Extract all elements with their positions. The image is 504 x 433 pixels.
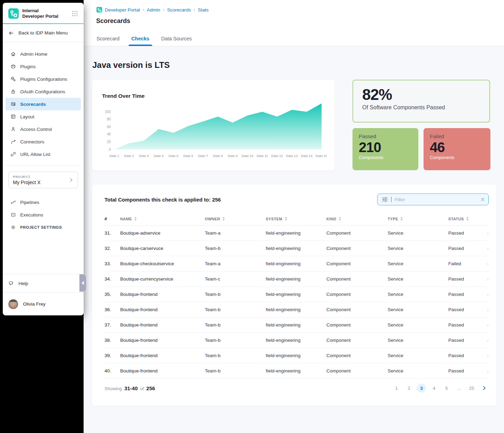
table-cell: field-engineering xyxy=(266,368,326,373)
row-chevron-icon[interactable]: › xyxy=(484,368,489,374)
table-cell: Service xyxy=(388,368,448,373)
column-header-index: # xyxy=(104,216,120,221)
row-chevron-icon[interactable]: › xyxy=(484,307,489,313)
column-header-owner[interactable]: OWNER xyxy=(205,217,266,221)
row-chevron-icon[interactable]: › xyxy=(484,292,489,297)
column-header-name[interactable]: NAME xyxy=(120,217,205,221)
components-table-card: Total Components this check is applied t… xyxy=(92,184,496,406)
row-chevron-icon[interactable]: › xyxy=(484,322,489,328)
svg-text:Date 5: Date 5 xyxy=(169,154,178,158)
home-icon xyxy=(10,51,16,57)
breadcrumb-link[interactable]: Stats xyxy=(198,7,209,13)
filter-box[interactable] xyxy=(377,194,489,205)
row-chevron-icon[interactable]: › xyxy=(484,276,489,282)
sidebar-item-oauth-configurations[interactable]: OAuth Configurations xyxy=(6,85,81,98)
clear-filter-icon[interactable] xyxy=(481,197,485,202)
chart-title: Trend Over Time xyxy=(102,93,145,99)
pagination-page[interactable]: 4 xyxy=(429,384,439,393)
table-cell: 37. xyxy=(104,322,120,328)
project-selector[interactable]: PROJECT My Project X xyxy=(8,172,78,188)
row-chevron-icon[interactable]: › xyxy=(484,353,489,359)
check-heading: Java version is LTS xyxy=(92,60,170,70)
column-header-kind[interactable]: KIND xyxy=(326,217,388,221)
table-row[interactable]: 40.Boutique-frontendTeam-bfield-engineer… xyxy=(104,363,489,379)
sidebar-divider xyxy=(6,165,81,166)
table-row[interactable]: 31.Boutique-adserviceTeam-afield-enginee… xyxy=(104,226,489,241)
table-row[interactable]: 38.Boutique-frontendTeam-bfield-engineer… xyxy=(104,333,489,348)
table-row[interactable]: 33.Boutique-checkoutserviceTeam-afield-e… xyxy=(104,256,489,271)
sidebar-collapse-handle[interactable] xyxy=(79,274,86,292)
table-cell: Boutique-frontend xyxy=(120,338,205,343)
column-header-status[interactable]: STATUS xyxy=(448,217,484,221)
sort-icon xyxy=(285,217,287,221)
tab-data-sources[interactable]: Data Sources xyxy=(161,32,192,46)
filter-sliders-icon[interactable] xyxy=(382,197,388,202)
app-title: Internal Developer Portal xyxy=(22,8,58,19)
active-tab-underline xyxy=(129,45,152,46)
svg-text:0: 0 xyxy=(109,148,111,151)
breadcrumb-link[interactable]: Admin xyxy=(147,7,160,13)
row-chevron-icon[interactable]: › xyxy=(484,338,489,343)
breadcrumb-link[interactable]: Scorecards xyxy=(167,7,191,13)
pagination-page: ... xyxy=(455,384,464,393)
table-cell: Boutique-carservuce xyxy=(120,246,205,251)
sidebar-item-executions[interactable]: Executions xyxy=(6,208,81,221)
showing-summary: Showing 31-40 of 256 xyxy=(104,385,155,391)
pagination-page[interactable]: 3 xyxy=(417,384,426,393)
failed-caption: Components xyxy=(430,155,484,160)
sidebar-item-pipelines[interactable]: Pipelines xyxy=(6,196,81,208)
pagination-page[interactable]: 1 xyxy=(392,384,401,393)
table-row[interactable]: 36.Boutique-frontendTeam-bfield-engineer… xyxy=(104,302,489,317)
tab-scorecard[interactable]: Scorecard xyxy=(96,32,119,46)
table-cell: Failed xyxy=(448,261,484,266)
table-cell: Boutique-checkoutservice xyxy=(120,261,205,266)
next-page-button[interactable] xyxy=(480,384,489,393)
breadcrumb-separator: › xyxy=(143,7,144,12)
pagination-page[interactable]: 2 xyxy=(404,384,413,393)
help-button[interactable]: Help xyxy=(3,274,84,292)
filter-input[interactable] xyxy=(395,197,478,202)
sort-icon xyxy=(400,217,403,221)
table-cell: Service xyxy=(388,276,448,282)
tab-checks[interactable]: Checks xyxy=(131,32,149,46)
sidebar-item-layout[interactable]: Layout xyxy=(6,110,81,123)
sidebar-item-admin-home[interactable]: Admin Home xyxy=(6,48,81,60)
project-eyebrow: PROJECT xyxy=(13,175,40,179)
table-cell: Passed xyxy=(448,338,484,343)
app-switcher-icon[interactable] xyxy=(72,10,78,17)
table-row[interactable]: 34.Boutique-currencyserviceTeam-cfield-e… xyxy=(104,271,489,287)
sidebar-item-access-control[interactable]: Access Control xyxy=(6,123,81,135)
content-area: Java version is LTS Trend Over Time 0204… xyxy=(84,46,504,433)
sidebar-item-plugins-configurations[interactable]: Plugins Configurations xyxy=(6,73,81,85)
svg-text:Date 10: Date 10 xyxy=(242,154,253,158)
table-cell: Passed xyxy=(448,292,484,297)
table-row[interactable]: 32.Boutique-carservuceTeam-bfield-engine… xyxy=(104,241,489,256)
table-row[interactable]: 37.Boutique-frontendTeam-bfield-engineer… xyxy=(104,317,489,333)
table-cell: Service xyxy=(388,230,448,236)
column-header-system[interactable]: SYSTEM xyxy=(266,217,326,221)
passed-card: Passed 210 Components xyxy=(352,128,418,170)
sidebar-item-plugins[interactable]: Plugins xyxy=(6,60,81,73)
table-row[interactable]: 39.Boutique-frontendTeam-bfield-engineer… xyxy=(104,348,489,363)
row-chevron-icon[interactable]: › xyxy=(484,230,489,236)
breadcrumb: Developer Portal › Admin › Scorecards › … xyxy=(96,7,209,13)
table-cell: Team-a xyxy=(205,261,266,266)
table-cell: Passed xyxy=(448,230,484,236)
breadcrumb-link[interactable]: Developer Portal xyxy=(105,7,140,13)
sidebar-item-scorecards[interactable]: Scorecards xyxy=(6,98,81,110)
row-chevron-icon[interactable]: › xyxy=(484,261,489,267)
sidebar-item-project-settings[interactable]: PROJECT SETTINGS xyxy=(6,221,81,234)
row-chevron-icon[interactable]: › xyxy=(484,246,489,251)
column-header-type[interactable]: TYPE xyxy=(388,217,448,221)
sidebar-item-url-allow-list[interactable]: URL Allow List xyxy=(6,148,81,160)
back-to-main-menu[interactable]: Back to IDP Main Menu xyxy=(3,24,84,42)
svg-text:Date 11: Date 11 xyxy=(257,154,268,158)
table-body: 31.Boutique-adserviceTeam-afield-enginee… xyxy=(104,226,489,379)
pagination-page[interactable]: 25 xyxy=(467,384,476,393)
pagination-page[interactable]: 5 xyxy=(442,384,451,393)
table-row[interactable]: 35.Boutique-frontendTeam-bfield-engineer… xyxy=(104,287,489,302)
table-cell: Service xyxy=(388,307,448,312)
pipeline-icon xyxy=(10,199,16,205)
sidebar-item-connectors[interactable]: Connectors xyxy=(6,135,81,148)
user-profile[interactable]: Olivia Frey xyxy=(3,292,84,315)
